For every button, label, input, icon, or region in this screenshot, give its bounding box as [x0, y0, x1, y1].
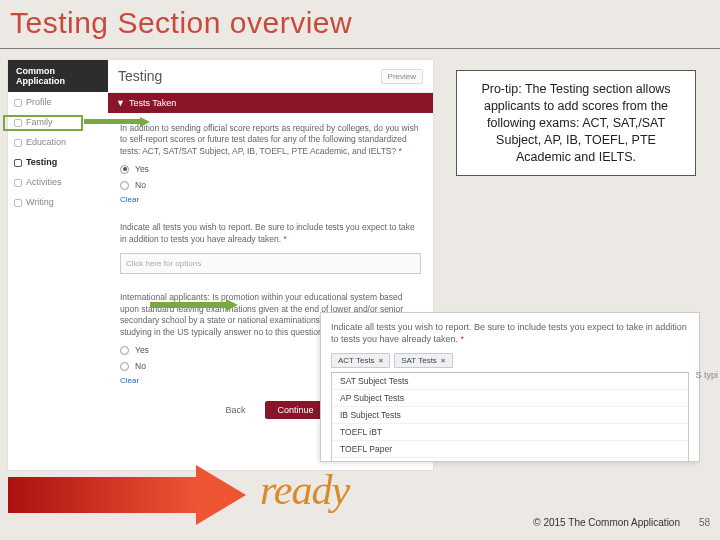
- main-title: Testing: [118, 68, 162, 84]
- back-button[interactable]: Back: [215, 401, 255, 419]
- continue-button[interactable]: Continue: [265, 401, 325, 419]
- radio-yes-label: Yes: [135, 164, 149, 174]
- title-rule: [0, 48, 720, 49]
- radio-yes-icon: [120, 165, 129, 174]
- required-mark: *: [284, 234, 287, 244]
- dropdown-item[interactable]: SAT Subject Tests: [332, 373, 688, 390]
- sidebar-item-label: Writing: [26, 197, 54, 207]
- sidebar-item-label: Testing: [26, 157, 57, 167]
- section-header[interactable]: ▼Tests Taken: [108, 93, 433, 113]
- green-arrow-icon: [84, 118, 154, 126]
- radio-no-label: No: [135, 180, 146, 190]
- sidebar-header: Common Application: [8, 60, 108, 92]
- sidebar-item-education[interactable]: Education: [8, 132, 108, 152]
- inset-prompt-text: Indicate all tests you wish to report. B…: [331, 322, 687, 344]
- chip-act[interactable]: ACT Tests×: [331, 353, 390, 368]
- slide-root: Testing Section overview Common Applicat…: [0, 0, 720, 540]
- dropdown-item[interactable]: TOEFL Paper: [332, 441, 688, 458]
- chip-row: ACT Tests× SAT Tests×: [321, 349, 699, 372]
- dropdown-item[interactable]: AP Subject Tests: [332, 390, 688, 407]
- callout-box: Pro-tip: The Testing section allows appl…: [456, 70, 696, 176]
- red-arrow-icon: [8, 465, 258, 525]
- inset-panel: Indicate all tests you wish to report. B…: [320, 312, 700, 462]
- question-2-text: Indicate all tests you wish to report. B…: [120, 222, 415, 243]
- ready-logo: ready: [260, 466, 349, 514]
- callout-text: Pro-tip: The Testing section allows appl…: [481, 82, 670, 164]
- preview-button[interactable]: Preview: [381, 69, 423, 84]
- sidebar-item-label: Profile: [26, 97, 52, 107]
- close-icon[interactable]: ×: [441, 356, 446, 365]
- clear-link-1[interactable]: Clear: [108, 193, 433, 212]
- q1-yes-row[interactable]: Yes: [108, 161, 433, 177]
- green-arrow-icon: [150, 300, 240, 310]
- chip-label: SAT Tests: [401, 356, 437, 365]
- sidebar-item-label: Education: [26, 137, 66, 147]
- page-number: 58: [699, 517, 710, 528]
- radio-no-icon: [120, 362, 129, 371]
- sidebar-item-testing[interactable]: Testing: [8, 152, 108, 172]
- dropdown-item[interactable]: IB Subject Tests: [332, 407, 688, 424]
- tests-multiselect[interactable]: Click here for options: [120, 253, 421, 274]
- chip-sat[interactable]: SAT Tests×: [394, 353, 452, 368]
- close-icon[interactable]: ×: [379, 356, 384, 365]
- chip-label: ACT Tests: [338, 356, 375, 365]
- chevron-down-icon: ▼: [116, 98, 125, 108]
- inset-prompt: Indicate all tests you wish to report. B…: [321, 313, 699, 349]
- radio-no-icon: [120, 181, 129, 190]
- side-hint-text: S typi: [695, 370, 718, 380]
- radio-yes-icon: [120, 346, 129, 355]
- section-header-label: Tests Taken: [129, 98, 176, 108]
- dropdown-item[interactable]: TOEFL iBT: [332, 424, 688, 441]
- copyright-text: © 2015 The Common Application: [533, 517, 680, 528]
- sidebar-item-activities[interactable]: Activities: [8, 172, 108, 192]
- radio-no-label: No: [135, 361, 146, 371]
- question-1-text: In addition to sending official score re…: [120, 123, 418, 156]
- question-2: Indicate all tests you wish to report. B…: [108, 212, 433, 249]
- sidebar-item-profile[interactable]: Profile: [8, 92, 108, 112]
- dropdown-list: SAT Subject Tests AP Subject Tests IB Su…: [331, 372, 689, 462]
- sidebar-item-label: Family: [26, 117, 53, 127]
- sidebar-item-writing[interactable]: Writing: [8, 192, 108, 212]
- q1-no-row[interactable]: No: [108, 177, 433, 193]
- radio-yes-label: Yes: [135, 345, 149, 355]
- required-mark: *: [399, 146, 402, 156]
- slide-title: Testing Section overview: [10, 6, 352, 40]
- main-header-row: Testing Preview: [108, 60, 433, 93]
- dropdown-item[interactable]: PTE Academic Test: [332, 458, 688, 462]
- question-1: In addition to sending official score re…: [108, 113, 433, 161]
- sidebar-item-label: Activities: [26, 177, 62, 187]
- required-mark: *: [461, 334, 465, 344]
